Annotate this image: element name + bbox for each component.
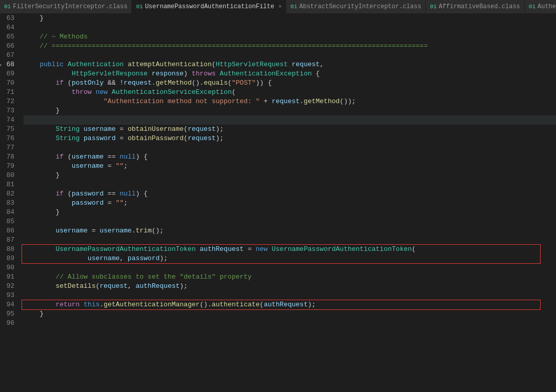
tab-abstract-security[interactable]: 01 AbstractSecurityInterceptor.class [286, 0, 426, 13]
code-line [24, 236, 556, 245]
code-line: username = username.trim(); [24, 226, 556, 236]
code-line: } [24, 14, 556, 23]
code-line: // ~ Methods [24, 32, 556, 42]
code-line: if (postOnly && !request.getMethod().equ… [24, 79, 556, 88]
class-icon: 01 [136, 4, 143, 10]
line-number: 85 [0, 217, 17, 226]
code-line: // Allow subclasses to set the "details"… [24, 272, 556, 282]
code-line: if (username == null) { [24, 152, 556, 162]
code-line: } [24, 106, 556, 115]
code-line: HttpServletResponse response) throws Aut… [24, 69, 556, 79]
line-number: 82 [0, 189, 17, 199]
tab-label: UsernamePasswordAuthenticationFilte [145, 3, 274, 10]
line-number: 65 [0, 32, 17, 42]
tab-label: AbstractSecurityInterceptor.class [300, 3, 422, 10]
class-icon: 01 [4, 4, 11, 10]
line-number: 78 [0, 152, 17, 162]
code-line: setDetails(request, authRequest); [24, 282, 556, 291]
class-icon: 01 [290, 4, 297, 10]
code-area: 6364656667▾68697071727374757677787980818… [0, 14, 556, 392]
code-line: if (password == null) { [24, 189, 556, 199]
line-number: 72 [0, 97, 17, 106]
line-number: 90 [0, 263, 17, 272]
line-number: 93 [0, 291, 17, 300]
line-number: 81 [0, 180, 17, 189]
line-number: 70 [0, 79, 17, 88]
tab-label: AffirmativeBased.class [439, 3, 520, 10]
code-line: username, password); [24, 254, 556, 263]
code-line: } [24, 171, 556, 180]
line-number: 86 [0, 226, 17, 236]
line-number: 73 [0, 106, 17, 115]
line-number: 96 [0, 319, 17, 328]
line-number: 89 [0, 254, 17, 263]
code-line: } [24, 208, 556, 217]
code-line [24, 291, 556, 300]
line-number: 84 [0, 208, 17, 217]
tab-authentication[interactable]: 01 Authentication.class [525, 0, 556, 13]
line-number: 77 [0, 143, 17, 152]
line-number: 87 [0, 236, 17, 245]
tab-label: FilterSecurityInterceptor.class [13, 3, 127, 10]
code-line [24, 319, 556, 328]
code-line: public Authentication attemptAuthenticat… [24, 60, 556, 69]
line-number: 67 [0, 51, 17, 60]
tab-bar: 01 FilterSecurityInterceptor.class 01 Us… [0, 0, 556, 14]
code-line: // =====================================… [24, 42, 556, 51]
code-line: } [24, 309, 556, 319]
line-number: ▾68 [0, 60, 17, 69]
code-content: } // ~ Methods // ======================… [22, 14, 556, 392]
code-line: username = ""; [24, 162, 556, 171]
line-number: 95 [0, 309, 17, 319]
code-line: password = ""; [24, 199, 556, 208]
tab-filter-security[interactable]: 01 FilterSecurityInterceptor.class [0, 0, 132, 13]
code-line [24, 263, 556, 272]
tab-label: Authentication.class [538, 3, 556, 10]
code-line [24, 115, 556, 125]
code-line: String username = obtainUsername(request… [24, 125, 556, 134]
class-icon: 01 [430, 4, 436, 10]
line-number: 69 [0, 69, 17, 79]
code-line: String password = obtainPassword(request… [24, 134, 556, 143]
line-number: 75 [0, 125, 17, 134]
code-line: UsernamePasswordAuthenticationToken auth… [24, 245, 556, 254]
class-icon: 01 [529, 4, 535, 10]
line-number: 91 [0, 272, 17, 282]
code-line: return this.getAuthenticationManager().a… [24, 300, 556, 309]
line-number: 83 [0, 199, 17, 208]
line-number: 88 [0, 245, 17, 254]
line-number: 79 [0, 162, 17, 171]
close-icon[interactable]: × [279, 4, 282, 10]
tab-username-password[interactable]: 01 UsernamePasswordAuthenticationFilte × [132, 0, 286, 13]
line-number: 63 [0, 14, 17, 23]
line-number: 80 [0, 171, 17, 180]
code-line [24, 51, 556, 60]
line-number: 74 [0, 115, 17, 125]
line-number: 64 [0, 23, 17, 32]
line-number: 94 [0, 300, 17, 309]
code-line [24, 23, 556, 32]
line-number: 71 [0, 88, 17, 97]
code-line [24, 180, 556, 189]
line-number: 76 [0, 134, 17, 143]
tab-affirmative-based[interactable]: 01 AffirmativeBased.class [426, 0, 525, 13]
code-line [24, 217, 556, 226]
code-line [24, 143, 556, 152]
line-number: 92 [0, 282, 17, 291]
line-numbers: 6364656667▾68697071727374757677787980818… [0, 14, 22, 392]
line-number: 66 [0, 42, 17, 51]
code-line: "Authentication method not supported: " … [24, 97, 556, 106]
code-line: throw new AuthenticationServiceException… [24, 88, 556, 97]
